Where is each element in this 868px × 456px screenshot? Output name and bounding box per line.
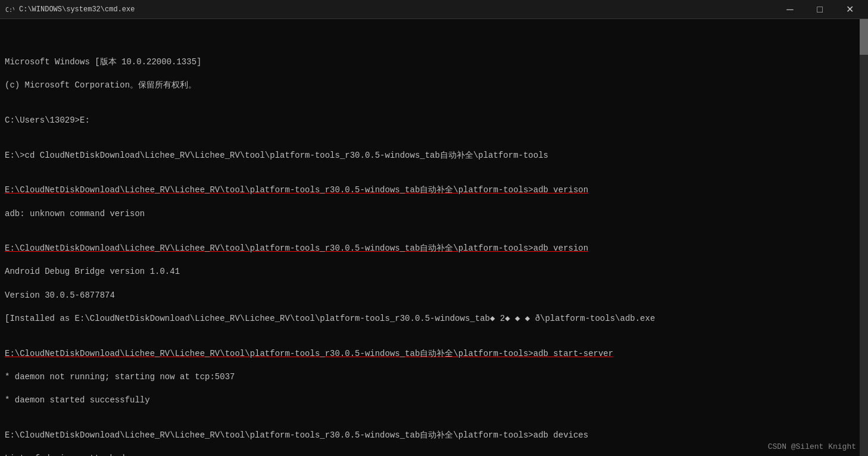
titlebar-buttons: ─ □ ✕ <box>776 0 863 19</box>
cmd-icon: C:\ <box>5 5 14 14</box>
console-line-17: * daemon started successfully <box>5 395 863 407</box>
minimize-button[interactable]: ─ <box>776 0 804 19</box>
maximize-button[interactable]: □ <box>806 0 833 19</box>
console-line-13: [Installed as E:\CloudNetDiskDownload\Li… <box>5 313 863 325</box>
console-line-1: (c) Microsoft Corporation。保留所有权利。 <box>5 80 863 92</box>
console-line-11: Android Debug Bridge version 1.0.41 <box>5 266 863 278</box>
console-line-7: E:\CloudNetDiskDownload\Lichee_RV\Lichee… <box>5 185 863 196</box>
console-line-5: E:\>cd CloudNetDiskDownload\Lichee_RV\Li… <box>5 150 863 162</box>
console-line-20: List of devices attached <box>5 453 863 456</box>
scrollbar-thumb[interactable] <box>860 19 868 55</box>
watermark: CSDN @Silent Knight <box>768 442 856 451</box>
console-line-10: E:\CloudNetDiskDownload\Lichee_RV\Lichee… <box>5 243 863 255</box>
console-output: Microsoft Windows [版本 10.0.22000.1335] (… <box>5 21 863 456</box>
console-line-0: Microsoft Windows [版本 10.0.22000.1335] <box>5 57 863 68</box>
scrollbar[interactable] <box>860 19 868 456</box>
console-line-8: adb: unknown command verison <box>5 208 863 220</box>
cmd-window: C:\ C:\WINDOWS\system32\cmd.exe ─ □ ✕ Mi… <box>0 0 868 456</box>
console-line-15: E:\CloudNetDiskDownload\Lichee_RV\Lichee… <box>5 348 863 360</box>
console-line-3: C:\Users\13029>E: <box>5 115 863 127</box>
console-line-16: * daemon not running; starting now at tc… <box>5 371 863 383</box>
svg-text:C:\: C:\ <box>5 7 14 13</box>
console-area[interactable]: Microsoft Windows [版本 10.0.22000.1335] (… <box>0 19 868 456</box>
window-title: C:\WINDOWS\system32\cmd.exe <box>19 5 776 14</box>
close-button[interactable]: ✕ <box>836 0 863 19</box>
console-line-12: Version 30.0.5-6877874 <box>5 290 863 302</box>
console-line-19: E:\CloudNetDiskDownload\Lichee_RV\Lichee… <box>5 430 863 442</box>
titlebar: C:\ C:\WINDOWS\system32\cmd.exe ─ □ ✕ <box>0 0 868 19</box>
